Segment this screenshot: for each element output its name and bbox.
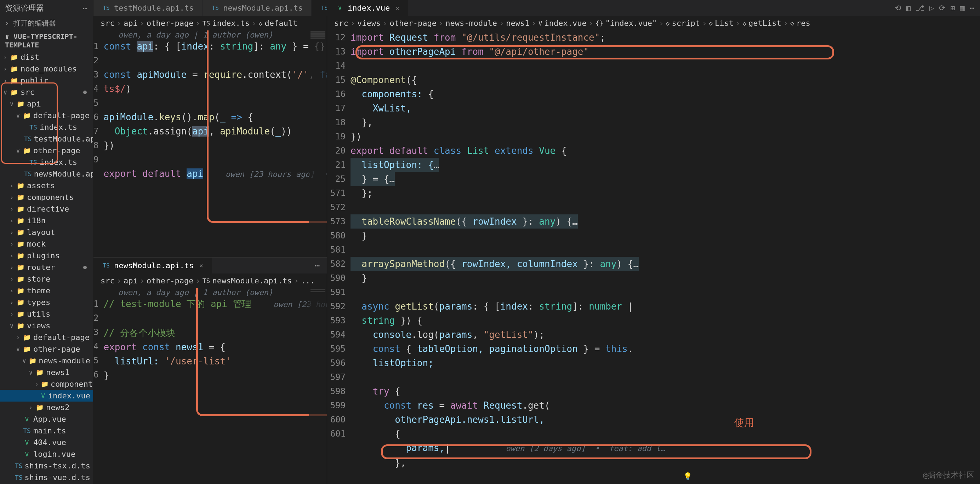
line-number: 3	[94, 68, 99, 82]
tree-item-other-page[interactable]: ∨📁other-page	[0, 343, 93, 355]
breadcrumb-segment[interactable]: ...	[301, 276, 315, 285]
tree-item-testModule-api-ts[interactable]: TStestModule.api.ts	[0, 133, 93, 145]
tree-item-layout[interactable]: ›📁layout	[0, 227, 93, 238]
tree-item-node_modules[interactable]: ›📁node_modules	[0, 63, 93, 75]
editor-action-icon-7[interactable]: ⋯	[970, 3, 974, 13]
close-icon[interactable]: ×	[396, 4, 399, 12]
tree-item-index-ts[interactable]: TSindex.ts	[0, 121, 93, 133]
tree-item-dist[interactable]: ›📁dist	[0, 51, 93, 63]
tree-item-router[interactable]: ›📁router	[0, 262, 93, 273]
tree-item-index-ts[interactable]: TSindex.ts	[0, 156, 93, 168]
tree-item-news-module[interactable]: ∨📁news-module	[0, 355, 93, 367]
editor-action-icon-1[interactable]: ◧	[906, 3, 911, 13]
breadcrumb-segment[interactable]: news1	[506, 19, 529, 28]
minimap[interactable]	[309, 30, 327, 257]
breadcrumb-segment[interactable]: TSindex.ts	[202, 19, 250, 28]
tree-item-components[interactable]: ›📁components	[0, 191, 93, 203]
breadcrumb-segment[interactable]: news-module	[445, 19, 497, 28]
breadcrumb-bottom-left[interactable]: src›api›other-page›TSnewsModule.api.ts›.…	[94, 273, 327, 288]
tree-item-news1[interactable]: ∨📁news1	[0, 367, 93, 378]
breadcrumb-segment[interactable]: ◇default	[259, 19, 298, 28]
tree-item-shims-tsx-d-ts[interactable]: TSshims-tsx.d.ts	[0, 460, 93, 471]
tree-item-types[interactable]: ›📁types	[0, 297, 93, 308]
tab-bar-top-left: TStestModule.api.tsTSnewsModule.api.tsTS…	[94, 0, 327, 16]
tree-item-main-ts[interactable]: TSmain.ts	[0, 425, 93, 436]
breadcrumb-segment[interactable]: src	[334, 19, 348, 28]
tree-item-src[interactable]: ∨📁src	[0, 86, 93, 98]
line-number: 13	[327, 44, 345, 59]
tab-newsModule-api-ts[interactable]: TSnewsModule.api.ts×	[94, 257, 212, 273]
editor-action-icon-2[interactable]: ⎇	[916, 3, 924, 13]
tree-item-index-vue[interactable]: Vindex.vue	[0, 390, 93, 401]
breadcrumb-segment[interactable]: api	[124, 19, 138, 28]
breadcrumb-segment[interactable]: other-page	[390, 19, 436, 28]
editor-action-icon-5[interactable]: ⊞	[950, 3, 955, 13]
tree-item-404-vue[interactable]: V404.vue	[0, 436, 93, 448]
tree-item-components[interactable]: ›📁components	[0, 378, 93, 390]
lightbulb-icon[interactable]: 💡	[683, 472, 692, 481]
close-icon[interactable]: ×	[199, 262, 203, 269]
line-number: 591	[327, 285, 345, 299]
line-number: 593	[327, 313, 345, 328]
tree-item-news2[interactable]: ›📁news2	[0, 401, 93, 413]
breadcrumb-segment[interactable]: ◇res	[790, 19, 810, 28]
tree-item-other-page[interactable]: ∨📁other-page	[0, 145, 93, 156]
line-number: 599	[327, 398, 345, 413]
minimap[interactable]	[309, 288, 327, 484]
breadcrumb-segment[interactable]: other-page	[146, 276, 193, 285]
line-number: 25	[327, 172, 345, 186]
tree-item-i18n[interactable]: ›📁i18n	[0, 215, 93, 227]
tree-item-login-vue[interactable]: Vlogin.vue	[0, 448, 93, 460]
breadcrumb-segment[interactable]: ◇List	[709, 19, 733, 28]
breadcrumb-segment[interactable]: Vindex.vue	[538, 19, 587, 28]
editor-action-icon-6[interactable]: ▦	[960, 3, 965, 13]
tree-item-default-page[interactable]: ∨📁default-page	[0, 109, 93, 121]
editor-action-icon-3[interactable]: ▷	[929, 3, 934, 13]
editor-top-left[interactable]: owen, a day ago | 1 author (owen) 123456…	[94, 30, 327, 257]
tree-item-api[interactable]: ∨📁api	[0, 98, 93, 109]
tab-index-vue[interactable]: Vindex.vue×	[327, 0, 408, 16]
editor-action-icon-0[interactable]: ⟲	[895, 3, 901, 13]
tree-item-public[interactable]: ›📁public	[0, 75, 93, 86]
breadcrumb-segment[interactable]: src	[100, 19, 115, 28]
breadcrumb-segment[interactable]: views	[357, 19, 380, 28]
project-root[interactable]: ∨ VUE-TYPESCRIPT-TEMPLATE	[0, 30, 93, 51]
tree-item-shims-vue-d-ts[interactable]: TSshims-vue.d.ts	[0, 471, 93, 483]
breadcrumb-segment[interactable]: ◇getList	[743, 19, 781, 28]
breadcrumb-segment[interactable]: ◇script	[666, 19, 700, 28]
tree-item-assets[interactable]: ›📁assets	[0, 180, 93, 191]
tree-item-default-page[interactable]: ›📁default-page	[0, 332, 93, 343]
line-number: 581	[327, 243, 345, 257]
line-number: 598	[327, 384, 345, 398]
line-number: 572	[327, 200, 345, 214]
line-number: 4	[94, 339, 99, 354]
tab-newsModule-api-ts[interactable]: TSnewsModule.api.ts	[202, 0, 312, 16]
tab-testModule-api-ts[interactable]: TStestModule.api.ts	[94, 0, 202, 16]
editor-bottom-left[interactable]: owen, a day ago | 1 author (owen) 123456…	[94, 288, 327, 484]
tree-item-plugins[interactable]: ›📁plugins	[0, 250, 93, 262]
line-number: 6	[94, 110, 99, 124]
tree-item-store[interactable]: ›📁store	[0, 273, 93, 285]
more-icon[interactable]: ⋯	[83, 4, 88, 13]
tree-item-directive[interactable]: ›📁directive	[0, 203, 93, 215]
tab-overflow-icon[interactable]: ⋯	[309, 261, 327, 271]
tree-item-newsModule-api-ts[interactable]: TSnewsModule.api.ts	[0, 168, 93, 180]
tree-item-theme[interactable]: ›📁theme	[0, 285, 93, 297]
breadcrumb-segment[interactable]: {}"index.vue"	[595, 19, 657, 28]
breadcrumb-right[interactable]: src›views›other-page›news-module›news1›V…	[327, 16, 980, 30]
breadcrumb-top-left[interactable]: src›api›other-page›TSindex.ts›◇default	[94, 16, 327, 30]
breadcrumb-segment[interactable]: api	[124, 276, 138, 285]
editor-right[interactable]: 1213141516171819202125571572573580581582…	[327, 30, 980, 484]
open-editors-section[interactable]: › 打开的编辑器	[0, 16, 93, 30]
author-blame: owen, a day ago | 1 author (owen)	[94, 30, 327, 39]
breadcrumb-segment[interactable]: TSnewsModule.api.ts	[202, 276, 292, 285]
line-number: 9	[94, 152, 99, 167]
tree-item-views[interactable]: ∨📁views	[0, 320, 93, 332]
breadcrumb-segment[interactable]: src	[100, 276, 115, 285]
tree-item-App-vue[interactable]: VApp.vue	[0, 413, 93, 425]
tree-item-mock[interactable]: ›📁mock	[0, 238, 93, 250]
breadcrumb-segment[interactable]: other-page	[146, 19, 193, 28]
editor-action-icon-4[interactable]: ⟳	[939, 3, 945, 13]
line-number: 5	[94, 354, 99, 368]
tree-item-utils[interactable]: ›📁utils	[0, 308, 93, 320]
